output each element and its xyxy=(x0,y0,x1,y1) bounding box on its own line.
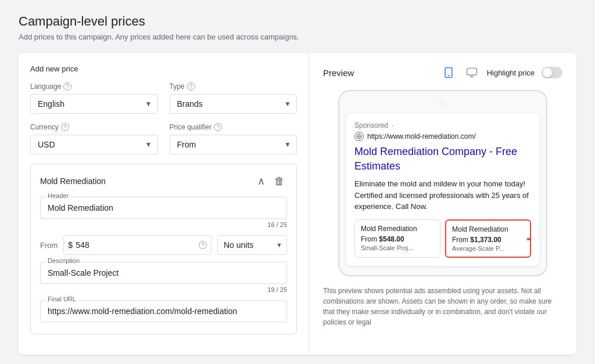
price-input-wrapper: $ ? xyxy=(63,235,212,255)
price-help-icon[interactable]: ? xyxy=(199,241,207,249)
header-field-group: Header xyxy=(40,197,287,219)
price-item-2-prefix: From xyxy=(452,236,470,244)
preview-controls: Highlight price xyxy=(440,64,562,81)
page-title: Campaign-level prices xyxy=(19,14,576,29)
svg-rect-2 xyxy=(467,69,476,75)
price-card: Mold Remediation ∧ 🗑 Header 16 / 25 From… xyxy=(30,164,297,334)
price-card-title: Mold Remediation xyxy=(40,176,106,186)
price-item-2-subtitle: Average-Scale P... xyxy=(452,245,524,252)
description-float-label: Description xyxy=(46,257,81,264)
ad-url: https://www.mold-remediation.com/ xyxy=(367,132,476,140)
price-item-2: Mold Remediation From $1,373.00 Average-… xyxy=(445,219,531,258)
price-items-row: Mold Remediation From $548.00 Small-Scal… xyxy=(354,219,531,258)
type-help-icon[interactable]: ? xyxy=(187,82,195,91)
ad-card: Sponsored · https://www.mold-remediation… xyxy=(346,113,539,266)
collapse-button[interactable]: ∧ xyxy=(255,174,267,189)
toggle-knob xyxy=(543,68,552,77)
url-field-group: Final URL xyxy=(40,300,287,322)
sponsored-row: Sponsored · xyxy=(354,121,531,129)
description-input[interactable] xyxy=(40,262,287,284)
price-item-1-amount: $548.00 xyxy=(379,235,404,243)
price-item-1-price: From $548.00 xyxy=(361,235,434,243)
currency-group: Currency ? USD EUR GBP ▼ xyxy=(30,123,158,154)
sponsored-dot: · xyxy=(392,121,393,129)
language-select-wrapper: English Spanish French ▼ xyxy=(30,94,158,114)
main-card: Add new price Language ? English Spanish… xyxy=(19,53,576,355)
price-item-1-subtitle: Small-Scale Proj... xyxy=(361,244,434,251)
phone-preview: Sponsored · https://www.mold-remediation… xyxy=(338,90,547,276)
form-row-currency-qualifier: Currency ? USD EUR GBP ▼ Price qu xyxy=(30,123,297,154)
currency-prefix: $ xyxy=(68,240,73,250)
right-panel: Preview Hi xyxy=(309,53,576,355)
currency-select[interactable]: USD EUR GBP xyxy=(30,135,158,154)
form-row-lang-type: Language ? English Spanish French ▼ xyxy=(30,82,297,114)
price-item-2-amount: $1,373.00 xyxy=(470,236,501,244)
price-item-1: Mold Remediation From $548.00 Small-Scal… xyxy=(354,219,440,258)
price-item-1-prefix: From xyxy=(361,235,379,243)
highlight-price-label: Highlight price xyxy=(487,69,535,77)
price-row: From $ ? No units Per day Per month Per … xyxy=(40,235,287,255)
red-arrow-icon: ➔ xyxy=(526,228,531,250)
url-float-label: Final URL xyxy=(46,295,78,302)
price-qualifier-select[interactable]: None From Up to Average xyxy=(170,135,298,154)
price-qualifier-label: Price qualifier ? xyxy=(170,123,298,131)
add-new-price-label: Add new price xyxy=(30,64,297,73)
type-group: Type ? Brands Events Locations ▼ xyxy=(170,82,298,114)
type-select[interactable]: Brands Events Locations xyxy=(170,94,298,114)
preview-title: Preview xyxy=(323,68,354,78)
price-qualifier-select-wrapper: None From Up to Average ▼ xyxy=(170,135,298,154)
globe-icon xyxy=(354,132,364,141)
left-panel: Add new price Language ? English Spanish… xyxy=(19,53,309,355)
language-help-icon[interactable]: ? xyxy=(63,82,71,91)
currency-select-wrapper: USD EUR GBP ▼ xyxy=(30,135,158,154)
ad-headline: Mold Remediation Company - Free Estimate… xyxy=(354,145,531,174)
price-input[interactable] xyxy=(63,235,212,255)
price-card-actions: ∧ 🗑 xyxy=(255,174,287,189)
units-select-wrapper: No units Per day Per month Per year ▼ xyxy=(217,235,287,255)
mobile-device-icon[interactable] xyxy=(440,64,457,81)
price-card-header: Mold Remediation ∧ 🗑 xyxy=(40,174,287,189)
price-qualifier-group: Price qualifier ? None From Up to Averag… xyxy=(170,123,298,154)
header-input[interactable] xyxy=(40,197,287,219)
desktop-device-icon[interactable] xyxy=(464,64,480,81)
language-label: Language ? xyxy=(30,82,158,91)
units-select[interactable]: No units Per day Per month Per year xyxy=(217,235,287,255)
phone-camera xyxy=(440,100,446,106)
preview-header: Preview Hi xyxy=(323,64,562,81)
type-label: Type ? xyxy=(170,82,298,91)
price-item-2-title: Mold Remediation xyxy=(452,225,524,233)
url-input[interactable] xyxy=(40,300,287,322)
currency-label: Currency ? xyxy=(30,123,158,131)
header-char-count: 16 / 25 xyxy=(40,221,287,228)
description-field-group: Description xyxy=(40,262,287,284)
type-select-wrapper: Brands Events Locations ▼ xyxy=(170,94,298,114)
price-qualifier-help-icon[interactable]: ? xyxy=(214,123,222,131)
page-subtitle: Add prices to this campaign. Any prices … xyxy=(19,33,576,41)
description-char-count: 19 / 25 xyxy=(40,286,287,293)
delete-button[interactable]: 🗑 xyxy=(272,174,287,189)
price-item-1-title: Mold Remediation xyxy=(361,225,434,233)
url-row: https://www.mold-remediation.com/ xyxy=(354,132,531,141)
language-select[interactable]: English Spanish French xyxy=(30,94,158,114)
preview-note: This preview shows potential ads assembl… xyxy=(323,286,562,327)
language-group: Language ? English Spanish French ▼ xyxy=(30,82,158,114)
header-float-label: Header xyxy=(46,192,70,199)
price-item-2-price: From $1,373.00 xyxy=(452,236,524,244)
ad-description: Eliminate the mold and mildew in your ho… xyxy=(354,178,531,212)
currency-help-icon[interactable]: ? xyxy=(61,123,69,131)
highlight-price-toggle[interactable] xyxy=(542,67,562,78)
price-qualifier-display: From xyxy=(40,241,58,250)
sponsored-text: Sponsored xyxy=(354,121,388,129)
